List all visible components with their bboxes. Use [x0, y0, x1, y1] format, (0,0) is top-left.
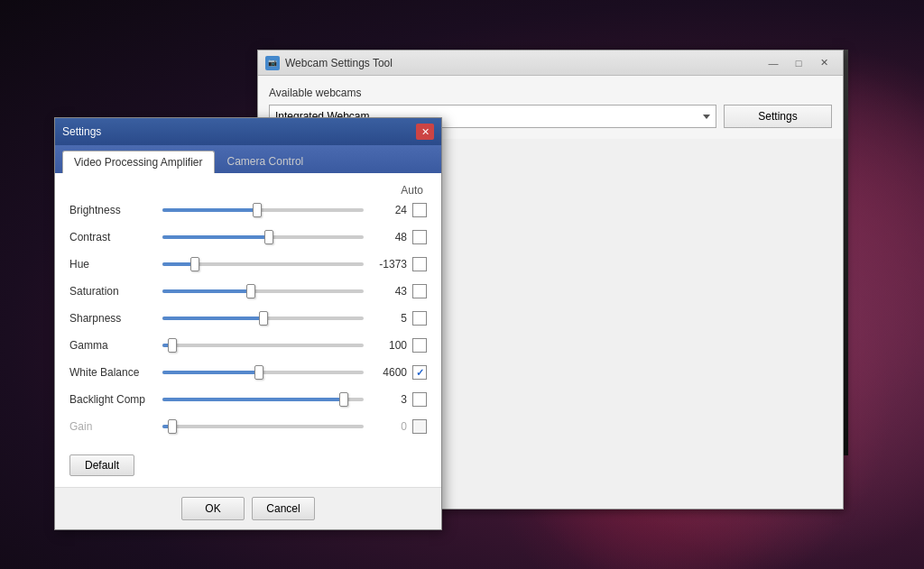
slider-thumb-2[interactable] [190, 257, 199, 271]
cancel-button[interactable]: Cancel [252, 497, 315, 520]
slider-row-gamma: Gamma100 [69, 335, 427, 355]
default-button[interactable]: Default [69, 454, 134, 476]
minimize-button[interactable]: — [762, 54, 785, 72]
sliders-container: Brightness24Contrast48Hue-1373Saturation… [69, 200, 427, 436]
slider-track-7[interactable] [162, 398, 364, 401]
ok-button[interactable]: OK [181, 497, 245, 520]
settings-button[interactable]: Settings [724, 105, 832, 128]
slider-thumb-7[interactable] [339, 392, 348, 407]
slider-thumb-6[interactable] [254, 365, 263, 380]
slider-label-5: Gamma [69, 339, 155, 352]
slider-thumb-8[interactable] [168, 419, 177, 434]
slider-fill-6 [162, 371, 259, 374]
auto-checkbox-3[interactable] [412, 284, 427, 298]
slider-row-saturation: Saturation43 [69, 281, 427, 301]
slider-value-5: 100 [371, 339, 407, 352]
slider-label-6: White Balance [69, 366, 155, 379]
slider-value-7: 3 [371, 393, 407, 406]
slider-track-6[interactable] [162, 371, 364, 374]
slider-label-4: Sharpness [69, 312, 155, 325]
slider-thumb-4[interactable] [259, 311, 268, 326]
slider-row-contrast: Contrast48 [69, 227, 427, 247]
slider-row-hue: Hue-1373 [69, 254, 427, 274]
auto-checkbox-1[interactable] [412, 230, 427, 244]
slider-label-0: Brightness [69, 204, 155, 216]
slider-fill-1 [162, 235, 269, 239]
slider-value-0: 24 [371, 204, 407, 216]
slider-label-3: Saturation [69, 285, 155, 298]
slider-fill-7 [162, 398, 344, 401]
slider-track-2[interactable] [162, 262, 364, 266]
slider-value-2: -1373 [371, 258, 407, 271]
slider-thumb-3[interactable] [246, 284, 255, 298]
slider-label-2: Hue [69, 258, 155, 271]
slider-track-3[interactable] [162, 289, 364, 293]
maximize-button[interactable]: □ [787, 54, 810, 72]
auto-checkbox-8 [412, 419, 427, 434]
slider-thumb-5[interactable] [168, 338, 177, 353]
slider-row-brightness: Brightness24 [69, 200, 427, 220]
slider-fill-0 [162, 208, 257, 212]
settings-title: Settings [62, 125, 416, 138]
close-button[interactable]: ✕ [812, 54, 836, 72]
slider-row-white-balance: White Balance4600 [69, 363, 427, 382]
tab-camera-control[interactable]: Camera Control [217, 151, 315, 173]
slider-label-8: Gain [69, 420, 155, 433]
main-window-title: Webcam Settings Tool [285, 57, 762, 69]
auto-checkbox-6[interactable] [412, 365, 427, 380]
slider-fill-4 [162, 317, 263, 320]
slider-value-3: 43 [371, 285, 407, 298]
slider-label-1: Contrast [69, 231, 155, 243]
auto-checkbox-0[interactable] [412, 203, 427, 217]
available-webcams-label: Available webcams [269, 87, 832, 99]
slider-track-5[interactable] [162, 344, 364, 347]
tab-video-processing[interactable]: Video Processing Amplifier [62, 151, 215, 173]
window-controls: — □ ✕ [762, 54, 836, 72]
dropdown-arrow-icon [703, 115, 710, 119]
slider-track-8[interactable] [162, 425, 364, 428]
slider-label-7: Backlight Comp [69, 393, 155, 406]
slider-row-backlight-comp: Backlight Comp3 [69, 390, 427, 409]
settings-close-button[interactable]: ✕ [416, 124, 434, 140]
auto-checkbox-2[interactable] [412, 257, 427, 271]
slider-track-1[interactable] [162, 235, 364, 239]
settings-body: Auto Brightness24Contrast48Hue-1373Satur… [55, 173, 441, 487]
auto-checkbox-5[interactable] [412, 338, 427, 353]
slider-fill-3 [162, 289, 251, 293]
slider-row-sharpness: Sharpness5 [69, 308, 427, 328]
settings-titlebar: Settings ✕ [55, 118, 441, 145]
settings-footer: OK Cancel [55, 487, 441, 529]
webcam-icon: 📷 [265, 56, 280, 70]
auto-header: Auto [69, 184, 427, 197]
slider-value-4: 5 [371, 312, 407, 325]
settings-dialog: Settings ✕ Video Processing Amplifier Ca… [54, 117, 442, 530]
slider-value-6: 4600 [371, 366, 407, 379]
auto-checkbox-4[interactable] [412, 311, 427, 326]
slider-row-gain: Gain0 [69, 417, 427, 436]
auto-checkbox-7[interactable] [412, 392, 427, 407]
slider-track-4[interactable] [162, 317, 364, 320]
slider-value-8: 0 [371, 420, 407, 433]
slider-thumb-1[interactable] [264, 230, 273, 244]
main-window-titlebar: 📷 Webcam Settings Tool — □ ✕ [258, 50, 843, 76]
settings-tabs: Video Processing Amplifier Camera Contro… [55, 145, 441, 173]
slider-track-0[interactable] [162, 208, 364, 212]
slider-value-1: 48 [371, 231, 407, 243]
slider-thumb-0[interactable] [253, 203, 262, 217]
